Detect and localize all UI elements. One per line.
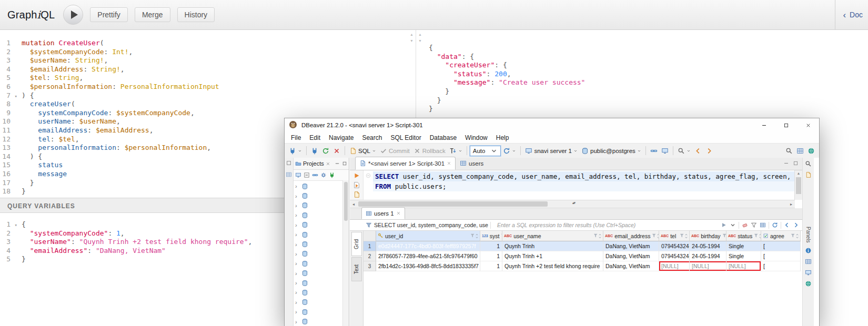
expand-arrow-icon[interactable]: › xyxy=(295,251,299,257)
apply-filter-icon[interactable] xyxy=(721,222,727,228)
sql-code-line[interactable]: SELECT user_id, system_company_code, use… xyxy=(373,171,794,181)
tree-item[interactable]: › xyxy=(294,278,343,288)
forward-button[interactable] xyxy=(704,145,714,157)
fold-arrow-icon[interactable]: ▾ xyxy=(15,221,17,230)
history-button[interactable]: History xyxy=(177,7,215,22)
expand-arrow-icon[interactable]: › xyxy=(295,280,299,286)
expand-arrow-icon[interactable]: › xyxy=(295,319,299,325)
minimize-editor-icon[interactable] xyxy=(783,160,789,166)
editor-scroll-arrows[interactable]: ▲▼ xyxy=(410,33,413,43)
sort-filter-icon[interactable] xyxy=(470,233,478,239)
maximize-editor-icon[interactable] xyxy=(793,160,799,166)
connect-button[interactable] xyxy=(309,145,320,157)
row-number-cell[interactable]: 2 xyxy=(364,251,376,261)
scroll-left-icon[interactable]: ◂ xyxy=(350,202,357,207)
scroll-right-icon[interactable]: ▸ xyxy=(788,202,795,207)
search-panel-icon[interactable] xyxy=(805,160,812,167)
column-header-user_name[interactable]: ABCuser_name xyxy=(502,231,603,241)
database-navigator-icon[interactable] xyxy=(295,172,301,178)
tab-grid-view[interactable]: Grid xyxy=(351,232,362,256)
tree-item[interactable]: › xyxy=(294,298,343,307)
grid-cell[interactable]: 2f786057-7289-4fee-a621-5fc976479f60 xyxy=(376,251,480,261)
expand-arrow-icon[interactable]: › xyxy=(295,231,299,238)
close-button[interactable] xyxy=(797,118,819,132)
community-button[interactable] xyxy=(806,145,816,157)
menu-edit[interactable]: Edit xyxy=(305,134,325,141)
sql-editor[interactable]: SELECT user_id, system_company_code, use… xyxy=(373,170,794,200)
refresh-results-icon[interactable] xyxy=(772,222,778,228)
grid-cell[interactable]: 1 xyxy=(480,241,502,251)
expand-arrow-icon[interactable]: › xyxy=(295,270,299,277)
menu-database[interactable]: Database xyxy=(426,134,461,141)
link-button[interactable] xyxy=(649,145,659,157)
clear-filter-icon[interactable] xyxy=(742,222,748,228)
sql-vertical-scrollbar[interactable]: ▲ xyxy=(794,170,802,200)
grid-cell[interactable]: [NULL] xyxy=(690,261,726,271)
scroll-down-icon[interactable]: ▼ xyxy=(410,39,413,43)
custom-filter-icon[interactable] xyxy=(751,222,757,228)
horizontal-scrollbar[interactable]: ◂ ▴▾ ▸ xyxy=(350,200,795,208)
grid-cell[interactable]: DaNang, VietNam xyxy=(603,261,659,271)
commit-button[interactable]: Commit xyxy=(378,145,411,157)
tree-item[interactable]: › xyxy=(294,269,343,278)
menu-help[interactable]: Help xyxy=(492,134,513,141)
execute-query-button[interactable] xyxy=(63,5,83,25)
tab-text-view[interactable]: Text xyxy=(351,257,362,281)
disconnect-button[interactable] xyxy=(331,145,342,157)
menu-file[interactable]: File xyxy=(287,134,305,141)
close-panel-icon[interactable] xyxy=(326,161,330,166)
expand-arrow-icon[interactable]: › xyxy=(295,260,299,267)
grid-panel-icon[interactable] xyxy=(805,258,812,265)
expand-arrow-icon[interactable]: › xyxy=(295,212,299,218)
tree-item[interactable]: › xyxy=(294,220,343,230)
row-number-cell[interactable]: 1 xyxy=(364,241,376,251)
metadata-panel-icon[interactable] xyxy=(805,269,812,276)
database-select[interactable]: public@postgres xyxy=(580,145,643,157)
sort-filter-icon[interactable] xyxy=(754,233,761,239)
filter-input[interactable]: Enter a SQL expression to filter results… xyxy=(493,222,719,228)
minimize-panel-icon[interactable] xyxy=(335,161,340,166)
new-connection-dropdown[interactable] xyxy=(287,145,304,157)
projects-scrollbar[interactable] xyxy=(342,180,349,326)
scroll-down-icon[interactable]: ▼ xyxy=(418,39,422,43)
expand-arrow-icon[interactable]: › xyxy=(295,202,299,209)
back-button[interactable] xyxy=(693,145,703,157)
row-number-cell[interactable]: 3 xyxy=(364,261,376,271)
auto-commit-select[interactable]: Auto xyxy=(470,146,501,156)
tree-item[interactable]: › xyxy=(294,307,343,317)
column-header-birthday[interactable]: ABCbirthday xyxy=(690,231,726,241)
previous-page-icon[interactable] xyxy=(784,222,790,228)
column-header-status[interactable]: ABCstatus xyxy=(726,231,761,241)
scrollbar-thumb[interactable] xyxy=(796,177,801,194)
column-header-tel[interactable]: ABCtel xyxy=(659,231,690,241)
link-with-editor-icon[interactable] xyxy=(312,172,318,178)
grid-cell[interactable]: 1 xyxy=(480,261,502,271)
tree-item[interactable]: › xyxy=(294,259,343,268)
quick-search-button[interactable] xyxy=(784,145,794,157)
perspective-button[interactable] xyxy=(795,145,805,157)
tree-item[interactable]: › xyxy=(294,230,343,239)
grid-cell[interactable]: [ xyxy=(761,241,801,251)
scroll-up-icon[interactable]: ▲ xyxy=(410,33,413,36)
grid-cell[interactable]: [ xyxy=(761,261,801,271)
minimize-button[interactable] xyxy=(753,118,775,132)
menu-window[interactable]: Window xyxy=(461,134,492,141)
chevron-down-icon[interactable] xyxy=(730,222,736,228)
grid-cell[interactable]: DaNang, VietNam xyxy=(603,251,659,261)
expand-arrow-icon[interactable]: › xyxy=(295,193,299,199)
tree-item[interactable]: › xyxy=(294,191,343,200)
tree-item[interactable]: › xyxy=(294,201,343,210)
close-tab-icon[interactable] xyxy=(447,161,451,166)
restore-panel-icon[interactable] xyxy=(286,160,292,166)
grid-cell[interactable]: Quynh Trinh +2 test field khong require xyxy=(502,261,603,271)
tree-item[interactable]: › xyxy=(294,239,343,249)
tab-projects[interactable]: Projects xyxy=(303,160,324,167)
filter-context[interactable]: SELECT user_id, system_company_code, use xyxy=(374,222,488,228)
sql-editor-dropdown[interactable]: SQL xyxy=(348,145,378,157)
project-tree[interactable]: ››››››››››››››› xyxy=(294,180,343,326)
expand-arrow-icon[interactable]: › xyxy=(295,222,299,228)
expand-arrow-icon[interactable]: › xyxy=(295,183,299,189)
fold-icon[interactable] xyxy=(366,173,371,178)
log-panel-icon[interactable] xyxy=(805,171,812,178)
rollback-button[interactable]: Rollback xyxy=(412,145,447,157)
